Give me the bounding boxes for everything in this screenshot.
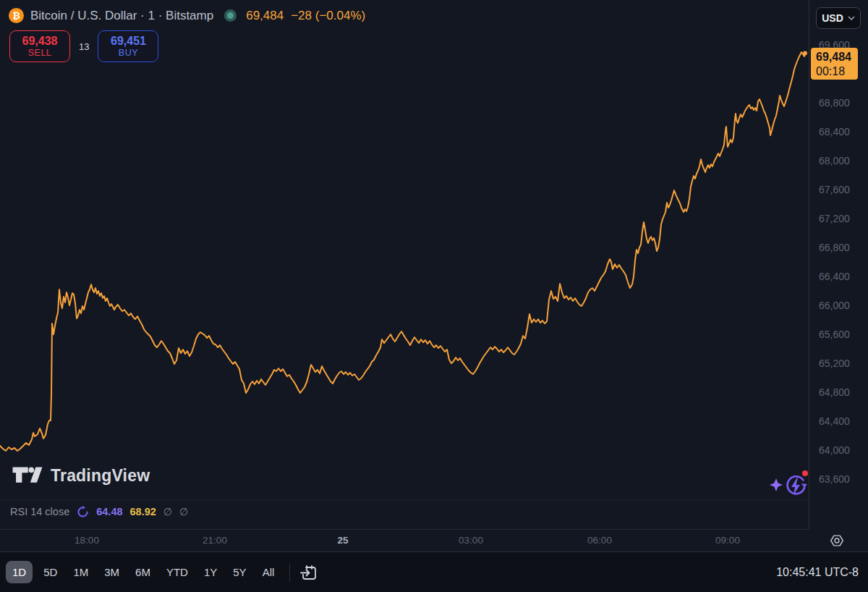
symbol-title[interactable]: Bitcoin / U.S. Dollar · 1 · Bitstamp	[30, 9, 213, 23]
range-button-1d[interactable]: 1D	[6, 561, 33, 583]
calendar-goto-icon	[300, 564, 318, 581]
indicator-loading-icon[interactable]	[77, 506, 89, 518]
price-axis-label: 64,400	[819, 415, 850, 427]
buy-label: BUY	[119, 48, 138, 59]
range-button-ytd[interactable]: YTD	[158, 561, 196, 583]
chevron-down-icon	[848, 16, 855, 20]
price-axis-label: 68,800	[819, 97, 850, 109]
range-button-3m[interactable]: 3M	[96, 561, 127, 583]
price-axis[interactable]: 69,60069,20068,80068,40068,00067,60067,2…	[809, 0, 868, 551]
price-axis-label: 66,000	[819, 300, 850, 311]
price-group: 69,484 −28 (−0.04%)	[246, 9, 365, 23]
sell-price: 69,438	[22, 34, 58, 48]
trade-buttons-row: 69,438 SELL 13 69,451 BUY	[9, 30, 158, 62]
rsi-value: 64.48	[96, 506, 122, 517]
symbol-header: ₿ Bitcoin / U.S. Dollar · 1 · Bitstamp 6…	[9, 8, 365, 23]
bottom-toolbar: 1D5D1M3M6MYTD1Y5YAll 10:45:41 UTC-8	[0, 551, 868, 592]
go-to-date-button[interactable]	[300, 564, 318, 581]
market-open-dot-icon	[224, 9, 237, 22]
last-price-badge: 69,484 00:18	[811, 48, 858, 80]
price-line-chart[interactable]	[0, 0, 809, 499]
range-button-5y[interactable]: 5Y	[225, 561, 254, 583]
sell-label: SELL	[28, 48, 52, 59]
range-button-6m[interactable]: 6M	[127, 561, 158, 583]
price-axis-label: 65,200	[819, 358, 850, 369]
bitcoin-icon: ₿	[9, 8, 24, 23]
price-axis-label: 65,600	[819, 329, 850, 340]
last-price-dot	[803, 51, 807, 56]
time-axis-label: 25	[337, 535, 348, 546]
tradingview-chart-app: { "header": { "bitcoin_symbol": "₿", "ti…	[0, 0, 868, 592]
spread-value: 13	[79, 41, 89, 52]
buy-price: 69,451	[111, 34, 146, 48]
currency-label: USD	[822, 12, 843, 24]
range-button-1y[interactable]: 1Y	[196, 561, 225, 583]
header-change: −28 (−0.04%)	[291, 9, 365, 23]
time-axis-label: 03:00	[459, 535, 483, 546]
time-axis-label: 21:00	[203, 535, 227, 546]
price-axis-label: 68,000	[819, 155, 850, 166]
badge-price: 69,484	[816, 49, 858, 64]
sell-button[interactable]: 69,438 SELL	[9, 30, 70, 62]
date-range-switcher: 1D5D1M3M6MYTD1Y5YAll	[6, 561, 282, 583]
rsi-ma-value: 68.92	[130, 506, 156, 517]
price-axis-label: 63,600	[819, 473, 850, 485]
time-axis-label: 18:00	[75, 535, 99, 546]
range-button-5d[interactable]: 5D	[35, 561, 65, 583]
refresh-arrowhead	[801, 483, 807, 488]
range-button-all[interactable]: All	[255, 561, 283, 583]
bitcoin-glyph: ₿	[12, 10, 20, 21]
badge-countdown: 00:18	[816, 64, 858, 79]
pane-separator[interactable]	[0, 499, 809, 500]
gear-icon	[829, 533, 845, 549]
time-axis-settings-button[interactable]	[829, 533, 845, 549]
price-line	[0, 52, 805, 451]
price-axis-label: 67,600	[819, 184, 850, 195]
currency-dropdown-button[interactable]: USD	[816, 7, 861, 29]
auto-refresh-indicator[interactable]	[768, 467, 813, 504]
time-axis-label: 09:00	[715, 535, 740, 546]
time-axis[interactable]: 18:0021:002503:0006:0009:00	[0, 530, 868, 551]
price-axis-label: 64,800	[819, 386, 850, 398]
main-chart-pane[interactable]: TradingView	[0, 0, 809, 499]
notification-dot	[802, 470, 808, 476]
time-axis-label: 06:00	[587, 535, 612, 546]
buy-button[interactable]: 69,451 BUY	[98, 30, 158, 62]
header-last-price: 69,484	[246, 9, 284, 23]
price-axis-label: 67,200	[819, 213, 850, 224]
rsi-title: RSI 14 close	[10, 506, 69, 517]
price-axis-label: 68,400	[819, 126, 850, 138]
price-axis-label: 66,800	[819, 242, 850, 253]
toolbar-divider	[289, 563, 290, 582]
range-button-1m[interactable]: 1M	[65, 561, 96, 583]
price-axis-label: 64,000	[819, 444, 850, 456]
price-axis-label: 66,400	[819, 271, 850, 282]
rsi-indicator-legend[interactable]: RSI 14 close 64.48 68.92 ∅ ∅	[10, 504, 188, 520]
clock[interactable]: 10:45:41 UTC-8	[776, 552, 859, 592]
rsi-empty-value-2: ∅	[179, 506, 188, 517]
rsi-empty-value-1: ∅	[163, 506, 172, 517]
sparkle-icon	[770, 478, 783, 491]
